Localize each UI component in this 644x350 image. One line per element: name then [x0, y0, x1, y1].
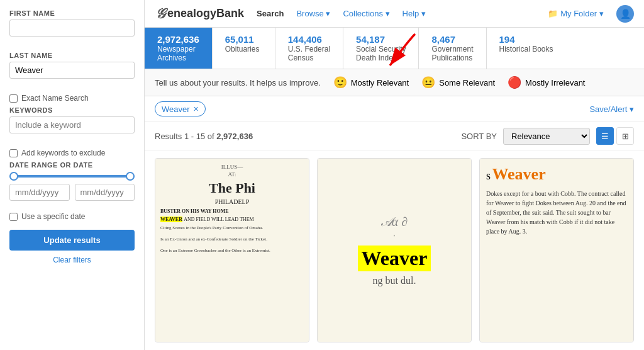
smiley-neutral-icon: 😐	[421, 76, 435, 89]
my-folder-label: My Folder	[560, 9, 597, 18]
sort-by-label: SORT BY	[461, 132, 497, 141]
mostly-irrelevant-label: Mostly Irrelevant	[525, 78, 585, 88]
results-total: 2,972,636	[216, 132, 253, 141]
first-name-input[interactable]	[9, 20, 135, 37]
card2-quote-open: '	[394, 233, 395, 240]
card3-prefix: s	[486, 169, 491, 182]
keywords-input[interactable]	[9, 116, 135, 133]
folder-icon: 📁	[548, 9, 558, 18]
results-count-text: Results 1 - 15 of	[155, 132, 214, 141]
card1-headline: The Phi	[160, 179, 304, 198]
list-view-button[interactable]: ☰	[596, 127, 614, 145]
stat-num-4: 8,467	[431, 34, 473, 45]
card1-highlight: WEAVER	[160, 217, 182, 222]
card2-below: ng but dul.	[373, 275, 416, 286]
my-folder-button[interactable]: 📁 My Folder ▾	[548, 9, 604, 18]
first-name-label: FIRST NAME	[9, 9, 135, 17]
stat-cell-3[interactable]: 54,187Social SecurityDeath Index	[343, 28, 419, 69]
keywords-label: KEYWORDS	[9, 106, 135, 114]
exact-name-label: Exact Name Search	[21, 94, 89, 103]
card1-body: Citing Scenes in the People's Party Conv…	[160, 225, 304, 254]
nav-collections[interactable]: Collections ▾	[343, 9, 389, 18]
stat-label-3: Social SecurityDeath Index	[356, 45, 406, 62]
add-keywords-checkbox[interactable]	[9, 149, 18, 157]
specific-date-row: Use a specific date	[9, 212, 135, 221]
grid-view-icon: ⊞	[622, 132, 629, 141]
card2-name: Weaver	[358, 246, 431, 271]
nav-search[interactable]: Search	[257, 9, 284, 18]
card3-name: Weaver	[492, 165, 546, 183]
filter-tag[interactable]: Weaver ×	[155, 101, 206, 116]
date-slider-track	[9, 175, 135, 178]
card3-mock: s Weaver Dokes except for a bout with Co…	[480, 159, 633, 342]
user-avatar[interactable]: 👤	[616, 5, 634, 23]
card1-text: AND FIELD WILL LEAD THEM	[184, 217, 253, 222]
card1-city: PHILADELP	[160, 198, 304, 206]
specific-date-checkbox[interactable]	[9, 213, 18, 221]
card1-highlight-row: WEAVER AND FIELD WILL LEAD THEM	[160, 216, 304, 223]
exact-name-checkbox[interactable]	[9, 94, 18, 103]
sidebar: FIRST NAME LAST NAME Exact Name Search K…	[0, 0, 145, 350]
specific-date-label: Use a specific date	[21, 212, 85, 221]
some-relevant-label: Some Relevant	[439, 78, 495, 88]
keywords-section: KEYWORDS	[9, 106, 135, 140]
date-from-input[interactable]	[9, 184, 70, 201]
last-name-label: LAST NAME	[9, 52, 135, 59]
stat-label-4: GovernmentPublications	[431, 45, 473, 62]
slider-fill	[9, 175, 135, 178]
smiley-sad-icon: 🔴	[508, 76, 521, 89]
first-name-section: FIRST NAME	[9, 9, 135, 43]
add-keywords-label: Add keywords to exclude	[21, 149, 105, 157]
nav-help[interactable]: Help ▾	[402, 9, 426, 18]
stat-cell-2[interactable]: 144,406U.S. FederalCensus	[275, 28, 343, 69]
slider-thumb-right[interactable]	[126, 172, 135, 181]
stat-num-0: 2,972,636	[157, 34, 199, 45]
slider-thumb-left[interactable]	[9, 172, 18, 181]
date-range-section: DATE RANGE OR DATE Use a specific date	[9, 161, 135, 221]
card1-top: ILLUS—AT:	[160, 164, 304, 178]
grid-view-button[interactable]: ⊞	[616, 127, 634, 145]
sort-select[interactable]: Relevance Date (Newest) Date (Oldest)	[503, 128, 590, 145]
date-to-input[interactable]	[75, 184, 135, 201]
stat-label-2: U.S. FederalCensus	[288, 45, 330, 62]
my-folder-arrow: ▾	[599, 9, 604, 18]
card-image-3: s Weaver Dokes except for a bout with Co…	[480, 159, 633, 342]
list-view-icon: ☰	[601, 132, 609, 141]
newspaper-mock-1: ILLUS—AT: The Phi PHILADELP BUSTER ON HI…	[155, 159, 309, 342]
stat-cell-1[interactable]: 65,011Obituaries	[213, 28, 275, 69]
stat-cell-0[interactable]: 2,972,636NewspaperArchives	[145, 28, 213, 69]
filter-tag-remove[interactable]: ×	[194, 104, 199, 114]
stat-cell-5[interactable]: 194Historical Books	[487, 28, 566, 69]
results-header: Weaver × Save/Alert ▾	[145, 96, 644, 122]
relevance-some-relevant[interactable]: 😐 Some Relevant	[421, 76, 495, 89]
logo: 𝒢 enealogyBank	[155, 6, 244, 22]
mostly-relevant-label: Mostly Relevant	[351, 78, 409, 88]
card1-subhead1: BUSTER ON HIS WAY HOME	[160, 208, 304, 215]
card3-name-row: s Weaver	[486, 165, 627, 184]
logo-name: enealogyBank	[167, 7, 244, 20]
clear-filters-link[interactable]: Clear filters	[9, 256, 135, 264]
relevance-bar: Tell us about your results. It helps us …	[145, 69, 644, 96]
logo-g: 𝒢	[155, 6, 165, 22]
filter-tag-label: Weaver	[162, 104, 190, 114]
update-results-button[interactable]: Update results	[9, 230, 135, 251]
top-nav: 𝒢 enealogyBank Search Browse ▾ Collectio…	[145, 0, 644, 28]
save-alert-button[interactable]: Save/Alert ▾	[589, 104, 634, 114]
stat-num-1: 65,011	[225, 34, 262, 45]
date-inputs	[9, 184, 135, 207]
stat-cell-4[interactable]: 8,467GovernmentPublications	[419, 28, 486, 69]
stat-num-5: 194	[499, 34, 553, 45]
stat-label-5: Historical Books	[499, 45, 553, 54]
result-card-1[interactable]: ILLUS—AT: The Phi PHILADELP BUSTER ON HI…	[155, 158, 309, 342]
result-card-3[interactable]: s Weaver Dokes except for a bout with Co…	[479, 158, 634, 342]
last-name-input[interactable]	[9, 62, 135, 79]
stat-label-1: Obituaries	[225, 45, 262, 54]
nav-browse[interactable]: Browse ▾	[296, 9, 330, 18]
relevance-mostly-irrelevant[interactable]: 🔴 Mostly Irrelevant	[508, 76, 585, 89]
smiley-happy-icon: 🙂	[333, 76, 347, 89]
result-card-2[interactable]: 𝒜α ∂ ' Weaver ng but dul.	[317, 158, 472, 342]
stat-num-2: 144,406	[288, 34, 330, 45]
relevance-mostly-relevant[interactable]: 🙂 Mostly Relevant	[333, 76, 409, 89]
relevance-prompt: Tell us about your results. It helps us …	[155, 78, 321, 88]
stats-bar: 2,972,636NewspaperArchives65,011Obituari…	[145, 28, 644, 69]
